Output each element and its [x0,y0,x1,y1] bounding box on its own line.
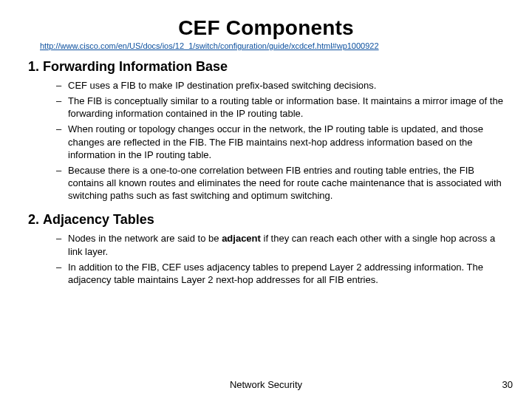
section-adjacency: Adjacency Tables Nodes in the network ar… [43,212,507,286]
section-heading: Adjacency Tables [43,212,154,227]
list-item: In addition to the FIB, CEF uses adjacen… [56,261,507,286]
list-item: Because there is a one-to-one correlatio… [56,164,507,202]
list-item: When routing or topology changes occur i… [56,123,507,160]
section-fib: Forwarding Information Base CEF uses a F… [43,59,507,202]
list-item: Nodes in the network are said to be adja… [56,232,507,257]
list-item: The FIB is conceptually similar to a rou… [56,95,507,120]
list-item: CEF uses a FIB to make IP destination pr… [56,79,507,92]
reference-link[interactable]: http://www.cisco.com/en/US/docs/ios/12_1… [40,41,507,50]
footer-label: Network Security [0,379,532,390]
slide: CEF Components http://www.cisco.com/en/U… [0,0,532,399]
slide-title: CEF Components [25,16,507,40]
section-heading: Forwarding Information Base [43,59,228,74]
slide-number: 30 [502,379,513,390]
